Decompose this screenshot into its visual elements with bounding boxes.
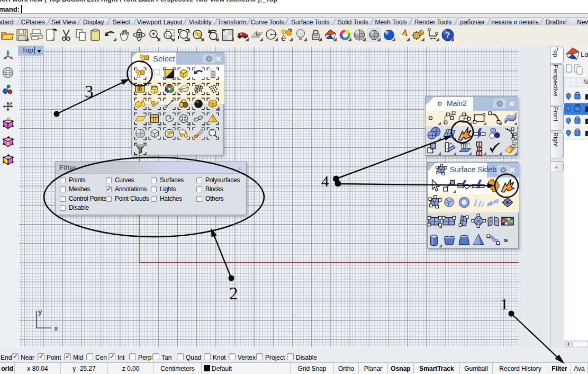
svg-text:?: ? — [446, 30, 450, 40]
svg-text:La: La — [581, 50, 588, 58]
svg-text:N: N — [583, 78, 588, 86]
svg-text:x: x — [54, 325, 58, 333]
svg-text:ID: ID — [138, 86, 143, 92]
svg-text:»: » — [503, 235, 508, 244]
svg-text:y: y — [38, 309, 42, 316]
